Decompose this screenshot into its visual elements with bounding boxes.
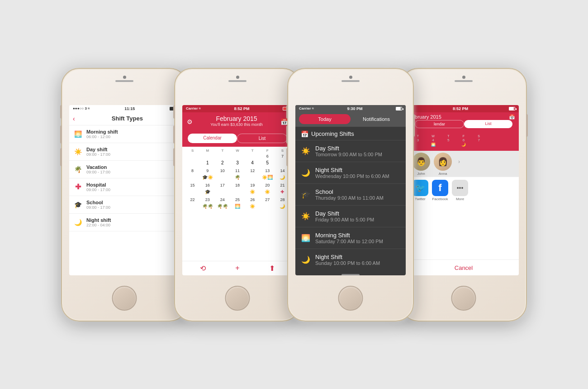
night-icon: 🌙 xyxy=(73,217,83,227)
shift-info: School Thursday 9:00 AM to 11:00 AM xyxy=(315,188,400,201)
calendar-screen: Carrier ≈ 8:52 PM ⚙ February 2015 Yo xyxy=(182,105,293,275)
volume-down-button xyxy=(173,148,175,166)
home-button[interactable] xyxy=(225,286,250,311)
week-2-icons: 🎓☀️ 🌴 ☀️🌅 🌙 xyxy=(185,174,290,181)
cal-header-top: ⚙ February 2015 You'll earn $3,630 this … xyxy=(187,115,288,129)
camera-icon xyxy=(349,76,352,79)
shift-item-morning[interactable]: 🌅 Morning shift 06:00 - 12:00 xyxy=(69,125,180,143)
settings-icon[interactable]: ⚙ xyxy=(187,118,193,125)
phone-3-top xyxy=(341,76,360,82)
shift-info: Day Shift Friday 9:00 AM to 5:00 PM xyxy=(315,210,400,222)
shift-detail: Saturday 7:00 AM to 12:00 PM xyxy=(315,239,400,244)
phone-4-screen: 8:52 PM ebruary 2015 📅 lendar List xyxy=(408,105,519,275)
facebook-label: Facebook xyxy=(432,197,448,201)
share-twitter[interactable]: 🐦 Twitter xyxy=(412,180,428,201)
home-button[interactable] xyxy=(112,286,137,311)
school-info: School 09:00 - 17:00 xyxy=(86,200,176,210)
sun-icon: ☀️ xyxy=(301,147,311,155)
anna-name: Anna xyxy=(439,172,447,176)
tab-calendar[interactable]: Calendar xyxy=(188,134,237,143)
share-icon[interactable]: 📅 xyxy=(509,114,515,120)
morning-icon: 🌅 xyxy=(73,129,83,139)
moon-icon: 🌙 xyxy=(301,168,311,177)
day-time: 09:00 - 17:00 xyxy=(86,152,176,157)
shift-row-school[interactable]: 🎓 School Thursday 9:00 AM to 11:00 AM xyxy=(295,183,406,205)
sunrise-icon: 🌅 xyxy=(301,234,311,242)
phone-4-top xyxy=(455,76,473,82)
calendar-tabs: Calendar List xyxy=(182,134,293,147)
phone-2: Carrier ≈ 8:52 PM ⚙ February 2015 Yo xyxy=(174,68,301,322)
tab-cal[interactable]: lendar xyxy=(415,120,464,128)
shift-name: Night Shift xyxy=(315,254,400,260)
month-title: ebruary 2015 xyxy=(412,114,441,120)
phone-2-top xyxy=(228,76,247,82)
cancel-button[interactable]: Cancel xyxy=(455,264,473,271)
phone-2-screen: Carrier ≈ 8:52 PM ⚙ February 2015 Yo xyxy=(182,105,293,275)
shift-item-day[interactable]: ☀️ Day shift 09:00 - 17:00 xyxy=(69,143,180,161)
week-1-nums: 6 7 xyxy=(185,154,290,159)
camera-icon xyxy=(123,76,126,79)
avatar-john[interactable]: 👨 John xyxy=(412,153,430,176)
shift-detail: Sunday 10:00 PM to 6:00 AM xyxy=(315,260,400,266)
tab-notifications[interactable]: Notifications xyxy=(351,114,402,124)
shift-row-nightshift-2[interactable]: 🌙 Night Shift Sunday 10:00 PM to 6:00 AM xyxy=(295,249,406,270)
share-more[interactable]: ••• More xyxy=(452,180,468,201)
shift-header: ‹ Shift Types xyxy=(69,112,180,125)
back-icon[interactable]: ⟲ xyxy=(200,264,206,273)
mute-button xyxy=(286,105,288,119)
facebook-icon: f xyxy=(432,180,448,196)
shift-item-vacation[interactable]: 🌴 Vacation 09:00 - 17:00 xyxy=(69,161,180,178)
shift-row-dayshift-2[interactable]: ☀️ Day Shift Friday 9:00 AM to 5:00 PM xyxy=(295,205,406,227)
shift-types-screen: ●●●○○ 3 ≈ 11:15 ‹ Shift Types 🌅 Morning … xyxy=(69,105,180,275)
tab-list[interactable]: List xyxy=(237,134,287,143)
battery-icon xyxy=(509,107,515,110)
add-button[interactable]: + xyxy=(235,264,239,272)
vacation-icon: 🌴 xyxy=(73,164,83,174)
speaker-icon xyxy=(341,80,360,82)
tab-list[interactable]: List xyxy=(464,120,512,128)
moon-icon: 🌙 xyxy=(301,255,311,264)
speaker-icon xyxy=(115,80,133,82)
shift-name: Night Shift xyxy=(315,167,400,173)
home-button[interactable] xyxy=(451,286,476,311)
day-icon: ☀️ xyxy=(73,147,83,157)
shift-name: School xyxy=(315,188,400,195)
tab-today[interactable]: Today xyxy=(299,114,351,124)
shift-item-hospital[interactable]: ✚ Hospital 09:00 - 17:00 xyxy=(69,178,180,196)
share-button[interactable]: ⬆ xyxy=(269,264,275,273)
time: 9:30 PM xyxy=(347,106,362,111)
camera-icon xyxy=(462,76,465,79)
mute-button xyxy=(173,105,175,119)
shift-row-dayshift-1[interactable]: ☀️ Day Shift Tomorrow 9:00 AM to 5:00 PM xyxy=(295,140,406,162)
handle-bar xyxy=(341,274,360,275)
home-button[interactable] xyxy=(338,286,363,311)
power-button xyxy=(526,114,528,137)
week-4-icons: 🌴🌴 🌴🌴 🌅 ☀️ 🌙 xyxy=(185,203,290,210)
hospital-time: 09:00 - 17:00 xyxy=(86,187,176,192)
shift-item-school[interactable]: 🎓 School 09:00 - 17:00 xyxy=(69,196,180,214)
week-1-icons: 1 2 3 4 5 xyxy=(185,160,290,166)
share-cal-header: ebruary 2015 📅 lendar List xyxy=(408,112,519,133)
hospital-name: Hospital xyxy=(86,182,176,187)
hospital-info: Hospital 09:00 - 17:00 xyxy=(86,182,176,192)
avatar-anna[interactable]: 👩 Anna xyxy=(434,153,452,176)
shift-row-morning[interactable]: 🌅 Morning Shift Saturday 7:00 AM to 12:0… xyxy=(295,227,406,249)
morning-name: Morning shift xyxy=(86,129,176,134)
battery-area xyxy=(509,107,515,110)
status-bar: ●●●○○ 3 ≈ 11:15 xyxy=(69,105,180,112)
today-tabs: Today Notifications xyxy=(295,112,406,127)
shift-item-night[interactable]: 🌙 Night shift 22:00 - 04:00 xyxy=(69,214,180,231)
back-button[interactable]: ‹ xyxy=(73,115,75,122)
speaker-icon xyxy=(228,80,247,82)
share-facebook[interactable]: f Facebook xyxy=(432,180,448,201)
day-name: Day shift xyxy=(86,147,176,152)
screen-title: Shift Types xyxy=(79,115,176,122)
week-2-nums: 8 9 10 11 12 13 14 xyxy=(185,168,290,173)
shift-detail: Thursday 9:00 AM to 11:00 AM xyxy=(315,195,400,201)
today-screen: Carrier ≈ 9:30 PM Today Notifications 📅 … xyxy=(295,105,406,275)
week-3-icons: 🎓 ☀️ ☀️ ✚ xyxy=(185,189,290,195)
morning-info: Morning shift 06:00 - 12:00 xyxy=(86,129,176,139)
shift-info: Night Shift Wednesday 10:00 PM to 6:00 A… xyxy=(315,167,400,179)
shift-name: Day Shift xyxy=(315,210,400,217)
shift-row-nightshift-1[interactable]: 🌙 Night Shift Wednesday 10:00 PM to 6:00… xyxy=(295,162,406,183)
